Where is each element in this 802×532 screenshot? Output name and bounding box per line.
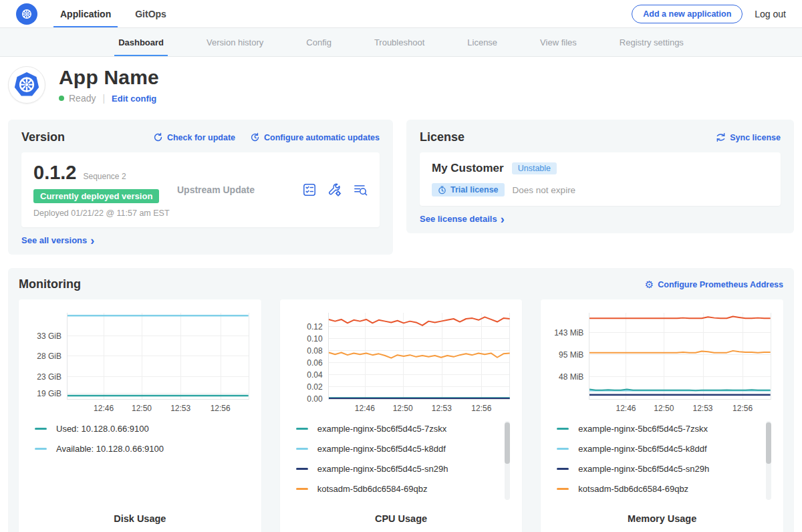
y-axis-tick-label: 143 MiB: [554, 328, 583, 338]
license-expiry-text: Does not expire: [513, 185, 576, 195]
legend-label: Used: 10.128.0.66:9100: [56, 424, 149, 434]
y-axis-tick-label: 0.04: [307, 370, 322, 380]
see-license-details-link[interactable]: See license details›: [420, 214, 781, 224]
clock-icon: [438, 186, 446, 194]
gear-icon: ⚙: [645, 279, 654, 289]
add-new-application-button[interactable]: Add a new application: [632, 5, 743, 23]
sub-nav-tab-troubleshoot[interactable]: Troubleshoot: [370, 28, 428, 56]
legend-color-dash: [296, 448, 308, 450]
legend-item[interactable]: example-nginx-5bc6f5d4c5-sn29h: [296, 464, 516, 474]
legend-color-dash: [35, 428, 47, 430]
kubernetes-logo: [16, 0, 37, 27]
y-axis-tick-label: 28 GiB: [37, 352, 61, 361]
chart-series-canvas: [589, 313, 771, 399]
legend-scrollbar[interactable]: [505, 421, 510, 500]
page-title: App Name: [59, 66, 159, 89]
sub-nav-tab-view-files[interactable]: View files: [536, 28, 581, 56]
legend-item[interactable]: kotsadm-5db6dc6584-69qbz: [296, 484, 516, 494]
legend-item[interactable]: example-nginx-5bc6f5d4c5-k8ddf: [557, 444, 777, 454]
y-axis-tick-label: 23 GiB: [37, 372, 61, 382]
y-axis-tick-label: 0.00: [307, 394, 322, 404]
legend-label: example-nginx-5bc6f5d4c5-sn29h: [317, 464, 448, 474]
legend-item[interactable]: example-nginx-5bc6f5d4c5-7zskx: [296, 424, 516, 434]
refresh-icon: [153, 132, 163, 142]
legend-item[interactable]: example-nginx-5bc6f5d4c5-sn29h: [557, 464, 777, 474]
legend-label: example-nginx-5bc6f5d4c5-k8ddf: [317, 444, 446, 454]
legend-item[interactable]: example-nginx-5bc6f5d4c5-7zskx: [557, 424, 777, 434]
cpu-usage-plot: 0.000.020.040.060.080.100.1212:4612:5012…: [328, 313, 511, 400]
current-version-row: 0.1.2 Sequence 2 Currently deployed vers…: [21, 152, 380, 227]
preflight-checks-icon[interactable]: [302, 182, 317, 197]
x-axis-tick-label: 12:50: [132, 404, 152, 413]
check-for-update-link[interactable]: Check for update: [153, 132, 235, 142]
edit-config-link[interactable]: Edit config: [112, 94, 156, 104]
legend-label: example-nginx-5bc6f5d4c5-7zskx: [317, 424, 447, 434]
sync-icon: [716, 132, 726, 142]
sub-nav-tab-dashboard[interactable]: Dashboard: [114, 28, 168, 56]
legend-color-dash: [557, 488, 569, 490]
divider: |: [102, 93, 105, 104]
license-card-title: License: [420, 130, 464, 144]
y-axis-tick-label: 0.12: [307, 322, 322, 331]
customer-name: My Customer: [432, 162, 504, 175]
charts-row: 19 GiB23 GiB28 GiB33 GiB12:4612:5012:531…: [19, 299, 783, 532]
y-axis-tick-label: 19 GiB: [37, 389, 61, 398]
legend-label: example-nginx-5bc6f5d4c5-k8ddf: [578, 444, 706, 454]
y-axis-tick-label: 0.02: [307, 382, 322, 392]
top-nav-tab-application[interactable]: Application: [57, 0, 114, 27]
chart-title: CPU Usage: [287, 508, 516, 529]
configure-automatic-updates-link[interactable]: Configure automatic updates: [250, 132, 380, 142]
monitoring-section: Monitoring ⚙ Configure Prometheus Addres…: [8, 268, 794, 532]
see-all-versions-link[interactable]: See all versions›: [21, 235, 380, 245]
chevron-right-icon: ›: [501, 215, 505, 223]
legend-item[interactable]: Available: 10.128.0.66:9100: [35, 444, 255, 454]
series-line: [589, 317, 771, 319]
legend-color-dash: [557, 428, 569, 430]
sub-nav-tab-config[interactable]: Config: [302, 28, 336, 56]
view-logs-icon[interactable]: [353, 182, 368, 197]
y-axis-tick-label: 33 GiB: [37, 331, 61, 341]
configure-prometheus-link[interactable]: ⚙ Configure Prometheus Address: [645, 279, 783, 289]
legend-label: Available: 10.128.0.66:9100: [56, 444, 164, 454]
x-axis-tick-label: 12:56: [211, 404, 231, 413]
legend-item[interactable]: Used: 10.128.0.66:9100: [35, 424, 255, 434]
series-line: [589, 389, 771, 390]
cpu-usage-legend: example-nginx-5bc6f5d4c5-7zskxexample-ng…: [296, 424, 516, 504]
x-axis-tick-label: 12:53: [170, 404, 190, 413]
sync-license-link[interactable]: Sync license: [716, 132, 781, 142]
disk-usage-plot: 19 GiB23 GiB28 GiB33 GiB12:4612:5012:531…: [67, 313, 249, 400]
top-nav: ApplicationGitOps Add a new application …: [0, 0, 802, 28]
app-header: App Name Ready | Edit config: [0, 57, 802, 114]
legend-scrollbar-thumb[interactable]: [505, 422, 510, 464]
monitoring-title: Monitoring: [19, 277, 81, 291]
config-wrench-icon[interactable]: [327, 182, 342, 197]
top-nav-tab-gitops[interactable]: GitOps: [132, 0, 169, 27]
chevron-right-icon: ›: [90, 237, 94, 245]
chart-title: Memory Usage: [547, 508, 777, 529]
chart-series-canvas: [329, 313, 510, 399]
y-axis-tick-label: 0.06: [307, 358, 322, 368]
sub-nav-tab-registry-settings[interactable]: Registry settings: [616, 28, 688, 56]
legend-scrollbar[interactable]: [766, 421, 771, 500]
sub-nav-tab-version-history[interactable]: Version history: [203, 28, 267, 56]
cpu-usage-chart-card: 0.000.020.040.060.080.100.1212:4612:5012…: [280, 299, 523, 532]
legend-scrollbar-thumb[interactable]: [766, 422, 771, 464]
series-line: [329, 317, 510, 325]
legend-color-dash: [557, 468, 569, 470]
legend-color-dash: [296, 468, 308, 470]
legend-item[interactable]: kotsadm-5db6dc6584-69qbz: [557, 484, 777, 494]
legend-item[interactable]: example-nginx-5bc6f5d4c5-k8ddf: [296, 444, 516, 454]
legend-color-dash: [35, 448, 47, 450]
x-axis-tick-label: 12:56: [732, 404, 753, 413]
x-axis-tick-label: 12:50: [393, 404, 413, 413]
legend-label: example-nginx-5bc6f5d4c5-sn29h: [578, 464, 709, 474]
sub-nav-tab-license[interactable]: License: [463, 28, 501, 56]
x-axis-tick-label: 12:46: [616, 404, 636, 413]
app-status-text: Ready: [69, 93, 96, 104]
legend-label: example-nginx-5bc6f5d4c5-7zskx: [578, 424, 708, 434]
legend-color-dash: [296, 488, 308, 490]
memory-usage-legend: example-nginx-5bc6f5d4c5-7zskxexample-ng…: [557, 424, 777, 504]
log-out-link[interactable]: Log out: [755, 9, 786, 19]
currently-deployed-badge: Currently deployed version: [33, 189, 159, 203]
y-axis-tick-label: 0.10: [307, 334, 322, 344]
